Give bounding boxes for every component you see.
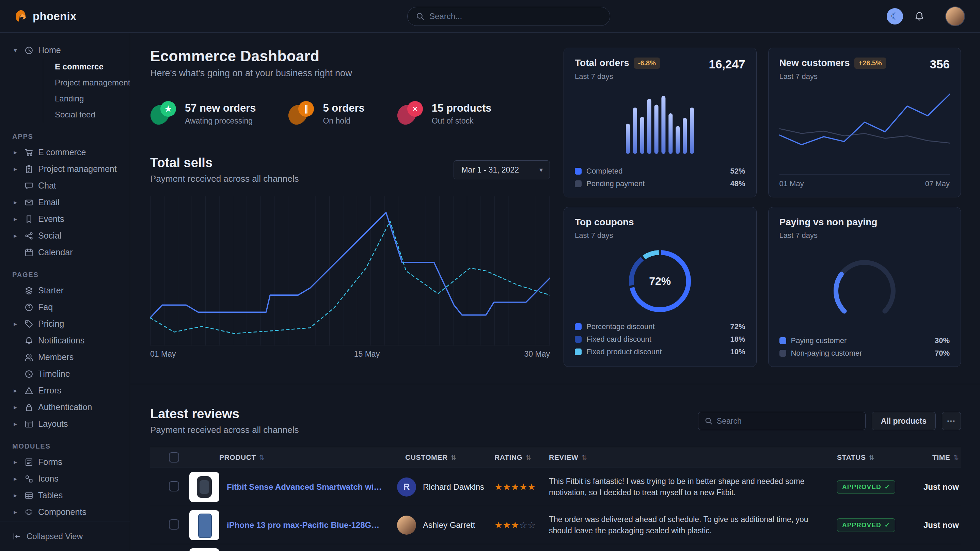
legend-swatch xyxy=(575,348,582,355)
sidebar-item[interactable]: Timeline xyxy=(11,365,123,382)
reviews-subtitle: Payment received across all channels xyxy=(150,425,299,435)
sidebar-item-icon xyxy=(24,458,33,467)
global-search[interactable] xyxy=(407,7,610,26)
sidebar-item[interactable]: ▸ Authentication xyxy=(11,399,123,416)
legend-swatch xyxy=(575,336,582,343)
stat-icon: × xyxy=(397,100,423,127)
sidebar-item-icon xyxy=(24,403,33,412)
sidebar-item[interactable]: ▸ E commerce xyxy=(11,144,123,160)
review-text: This Fitbit is fantastic! I was trying t… xyxy=(549,476,821,498)
search-input[interactable] xyxy=(430,11,602,21)
sidebar-item[interactable]: ▸ Email xyxy=(11,194,123,211)
column-header-rating[interactable]: RATING⇅ xyxy=(483,453,537,462)
reviews-search-input[interactable] xyxy=(717,416,859,426)
notifications-button[interactable] xyxy=(913,10,926,23)
sidebar-subitem[interactable]: Landing xyxy=(43,91,123,106)
caret-icon: ▸ xyxy=(11,420,20,428)
sidebar-item[interactable]: ▸ Errors xyxy=(11,382,123,399)
date-range-select[interactable]: Mar 1 - 31, 2022 ▾ xyxy=(453,160,550,179)
orders-legend: Completed 52% Pending payment 48% xyxy=(575,167,745,188)
sidebar-item[interactable]: ▸ Icons xyxy=(11,470,123,487)
sidebar-item-icon xyxy=(24,303,33,312)
sidebar-item[interactable]: ▸ Events xyxy=(11,211,123,227)
sidebar-item-icon xyxy=(24,198,33,207)
all-products-button[interactable]: All products xyxy=(872,412,936,430)
collapsed-view-toggle[interactable]: Collapsed View xyxy=(0,521,130,551)
page-title: Ecommerce Dashboard xyxy=(150,48,550,65)
sidebar-item[interactable]: Notifications xyxy=(11,332,123,349)
reviews-search[interactable] xyxy=(698,412,865,430)
sidebar-subitem[interactable]: Project management xyxy=(43,75,123,91)
sidebar-item[interactable]: ▸ Layouts xyxy=(11,416,123,432)
caret-icon: ▸ xyxy=(11,215,20,223)
sidebar-item-icon xyxy=(24,508,33,517)
sidebar-item[interactable]: ▸ Pricing xyxy=(11,316,123,332)
legend-row: Pending payment 48% xyxy=(575,179,745,188)
total-sells-title: Total sells xyxy=(150,156,299,170)
caret-down-icon: ▾ xyxy=(11,46,20,54)
row-checkbox[interactable] xyxy=(169,481,179,491)
column-header-product[interactable]: PRODUCT⇅ xyxy=(189,453,391,462)
select-all-checkbox[interactable] xyxy=(169,452,179,462)
product-link[interactable]: iPhone 13 pro max-Pacific Blue-128GB sto… xyxy=(227,520,391,530)
column-header-customer[interactable]: CUSTOMER⇅ xyxy=(391,453,483,462)
brand[interactable]: phoenix xyxy=(14,9,76,24)
sidebar-item[interactable]: Faq xyxy=(11,299,123,316)
theme-toggle-button[interactable]: ☾ xyxy=(887,8,903,24)
product-link[interactable]: Fitbit Sense Advanced Smartwatch with To… xyxy=(227,482,391,492)
legend-row: Completed 52% xyxy=(575,167,745,176)
sidebar-item-home[interactable]: ▾ Home xyxy=(11,42,123,59)
sidebar-item-icon xyxy=(24,181,33,190)
sort-icon: ⇅ xyxy=(451,454,457,462)
sidebar-item[interactable]: Members xyxy=(11,349,123,365)
main-content: Ecommerce Dashboard Here's what's going … xyxy=(130,33,980,551)
sidebar-subitem[interactable]: E commerce xyxy=(43,59,123,75)
legend-row: Fixed product discount 10% xyxy=(575,348,745,356)
legend-row: Fixed card discount 18% xyxy=(575,335,745,344)
sidebar: ▾ Home E commerce Project management Lan… xyxy=(0,33,130,551)
coupons-donut-chart: 72% xyxy=(624,245,696,317)
more-options-button[interactable]: ⋯ xyxy=(942,412,961,430)
row-checkbox[interactable] xyxy=(169,519,179,530)
section-label: MODULES xyxy=(12,442,123,450)
sidebar-item[interactable]: ▸ Tables xyxy=(11,487,123,504)
caret-icon: ▸ xyxy=(11,387,20,394)
trend-badge: +26.5% xyxy=(854,57,886,69)
sidebar-item[interactable]: ▸ Components xyxy=(11,504,123,520)
legend-row: Non-paying customer 70% xyxy=(780,349,950,358)
navbar-actions: ☾ xyxy=(887,6,966,26)
card-paying: Paying vs non paying Last 7 days Paying … xyxy=(768,207,961,367)
sidebar-subitem[interactable]: Social feed xyxy=(43,106,123,122)
latest-reviews-section: Latest reviews Payment received across a… xyxy=(130,384,980,551)
product-thumbnail[interactable] xyxy=(189,472,219,502)
sidebar-item[interactable]: ▸ Project management xyxy=(11,160,123,177)
caret-icon: ▸ xyxy=(11,232,20,240)
reviews-title: Latest reviews xyxy=(150,407,299,421)
caret-icon: ▸ xyxy=(11,403,20,411)
sidebar-section-apps: APPS ▸ E commerce ▸ Project management xyxy=(11,133,123,261)
home-icon xyxy=(24,46,33,55)
sidebar-nav: ▾ Home E commerce Project management Lan… xyxy=(0,33,130,521)
user-avatar[interactable] xyxy=(945,6,965,26)
column-header-status[interactable]: STATUS⇅ xyxy=(837,453,902,462)
review-time: Just now xyxy=(902,520,961,530)
legend-row: Paying customer 30% xyxy=(780,336,950,345)
product-thumbnail[interactable] xyxy=(189,510,219,540)
sidebar-item[interactable]: ▸ Social xyxy=(11,227,123,244)
sidebar-item[interactable]: Starter xyxy=(11,282,123,299)
sort-icon: ⇅ xyxy=(526,454,531,462)
table-row: Fitbit Sense Advanced Smartwatch with To… xyxy=(150,468,961,506)
card-new-customers: New customers+26.5% Last 7 days 356 01 M… xyxy=(768,48,961,197)
sidebar-item[interactable]: ▸ Forms xyxy=(11,454,123,470)
sidebar-item[interactable]: Chat xyxy=(11,177,123,194)
product-thumbnail[interactable] xyxy=(189,548,219,551)
column-header-review[interactable]: REVIEW⇅ xyxy=(537,453,837,462)
search-icon xyxy=(705,417,713,425)
sidebar-item[interactable]: Calendar xyxy=(11,244,123,261)
orders-bar-chart xyxy=(626,91,694,157)
phoenix-logo-icon xyxy=(14,9,29,24)
table-row: ☆☆☆☆☆ xyxy=(150,544,961,551)
customer-avatar: R xyxy=(397,478,416,497)
column-header-time[interactable]: TIME⇅ xyxy=(902,453,961,462)
caret-icon: ▸ xyxy=(11,491,20,499)
